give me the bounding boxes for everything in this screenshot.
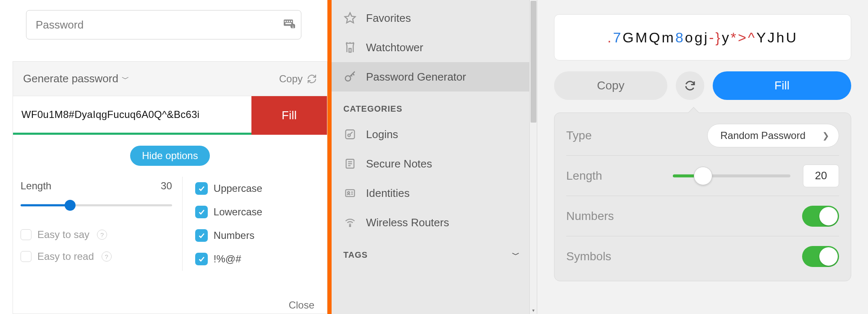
symbols-toggle[interactable]	[802, 246, 839, 267]
generate-password-title[interactable]: Generate password ﹀	[23, 72, 129, 85]
password-field-wrap: 1	[26, 10, 301, 39]
keyboard-icon[interactable]: 1	[283, 18, 295, 31]
svg-rect-9	[349, 49, 351, 52]
sidebar-item-password-generator[interactable]: Password Generator	[332, 62, 537, 92]
numbers-toggle[interactable]	[802, 206, 839, 227]
tags-header[interactable]: TAGS ﹀	[332, 237, 537, 266]
length-value-box[interactable]: 20	[803, 165, 839, 187]
length-value: 30	[161, 180, 172, 192]
checkbox-checked-icon	[195, 253, 208, 265]
symbols-toggle-label: Symbols	[566, 250, 611, 263]
generated-password-value[interactable]: WF0u1M8#DyaIqgFucuq6A0Q^&Bc63i	[13, 96, 251, 135]
chevron-down-icon: ﹀	[512, 250, 520, 260]
sidebar-item-label: Wireless Routers	[366, 216, 449, 229]
sidebar-item-label: Identities	[366, 187, 410, 200]
generate-password-popup: Generate password ﹀ Copy WF0u1M8#DyaIqgF…	[13, 61, 327, 314]
sidebar-item-label: Password Generator	[366, 71, 466, 84]
copy-button[interactable]: Copy	[279, 73, 303, 85]
sidebar-item-label: Logins	[366, 128, 398, 141]
radio-unchecked-icon	[21, 251, 31, 262]
onepassword-sidebar: Favorites Watchtower Password Generator …	[332, 0, 537, 314]
fill-button[interactable]: Fill	[713, 71, 851, 100]
sidebar-item-label: Secure Notes	[366, 157, 432, 170]
checkbox-checked-icon	[195, 206, 208, 218]
svg-rect-17	[346, 190, 355, 196]
scrollbar-down-arrow[interactable]: ▾	[530, 306, 537, 314]
wifi-icon	[343, 216, 357, 229]
chevron-down-icon: ﹀	[122, 74, 129, 84]
svg-rect-5	[285, 23, 291, 24]
password-input[interactable]	[36, 10, 276, 39]
notes-icon	[343, 157, 357, 170]
chevron-right-icon: ❯	[822, 131, 829, 141]
close-button[interactable]: Close	[289, 299, 314, 311]
type-label: Type	[566, 129, 592, 142]
length-slider[interactable]	[21, 199, 172, 211]
uppercase-checkbox[interactable]: Uppercase	[195, 177, 321, 200]
length-slider[interactable]	[673, 170, 790, 182]
fill-button[interactable]: Fill	[251, 96, 327, 135]
key-icon	[343, 70, 357, 84]
lowercase-checkbox[interactable]: Lowercase	[195, 200, 321, 224]
sidebar-item-identities[interactable]: Identities	[332, 178, 537, 208]
copy-button[interactable]: Copy	[554, 71, 667, 100]
length-label: Length	[21, 180, 51, 192]
scrollbar-thumb[interactable]	[531, 1, 536, 123]
help-icon[interactable]: ?	[102, 251, 112, 262]
type-selector[interactable]: Random Password ❯	[707, 124, 839, 147]
lastpass-panel: 1 Generate password ﹀ Copy WF0u1M8#DyaIq…	[0, 0, 327, 314]
scrollbar[interactable]: ▾	[529, 0, 537, 314]
length-label: Length	[566, 169, 602, 183]
id-card-icon	[343, 186, 357, 200]
svg-point-21	[350, 225, 351, 227]
checkbox-checked-icon	[195, 229, 208, 242]
help-icon[interactable]: ?	[97, 230, 107, 240]
sidebar-item-favorites[interactable]: Favorites	[332, 3, 537, 33]
generated-password-display[interactable]: .7GMQm8ogj-}y*>^YJhU	[554, 14, 851, 60]
svg-rect-2	[287, 21, 288, 22]
easy-to-read-option[interactable]: Easy to read ?	[19, 246, 174, 267]
sidebar-item-logins[interactable]: Logins	[332, 120, 537, 149]
sidebar-item-wireless-routers[interactable]: Wireless Routers	[332, 208, 537, 237]
sidebar-item-watchtower[interactable]: Watchtower	[332, 33, 537, 62]
sidebar-item-label: Favorites	[366, 12, 411, 25]
sidebar-item-secure-notes[interactable]: Secure Notes	[332, 149, 537, 178]
svg-marker-8	[345, 13, 356, 23]
generator-settings-card: Type Random Password ❯ Length 20 Numbers…	[554, 113, 851, 281]
numbers-checkbox[interactable]: Numbers	[195, 224, 321, 247]
key-square-icon	[343, 128, 357, 141]
hide-options-button[interactable]: Hide options	[130, 146, 209, 166]
refresh-button[interactable]	[676, 71, 704, 100]
categories-header: CATEGORIES	[332, 92, 537, 120]
sidebar-item-label: Watchtower	[366, 41, 423, 54]
refresh-icon[interactable]	[307, 74, 317, 84]
star-icon	[343, 11, 357, 25]
panel-divider	[327, 0, 332, 314]
svg-rect-1	[285, 21, 286, 22]
svg-point-18	[348, 192, 350, 194]
svg-text:1: 1	[292, 25, 294, 29]
svg-point-12	[348, 134, 350, 136]
radio-unchecked-icon	[21, 229, 31, 240]
checkbox-checked-icon	[195, 182, 208, 195]
numbers-toggle-label: Numbers	[566, 209, 614, 223]
easy-to-say-option[interactable]: Easy to say ?	[19, 224, 174, 246]
symbols-checkbox[interactable]: !%@#	[195, 247, 321, 271]
onepassword-generator-panel: .7GMQm8ogj-}y*>^YJhU Copy Fill Type Rand…	[537, 0, 868, 314]
svg-rect-3	[289, 21, 290, 22]
svg-rect-4	[291, 21, 292, 22]
tower-icon	[343, 41, 357, 54]
